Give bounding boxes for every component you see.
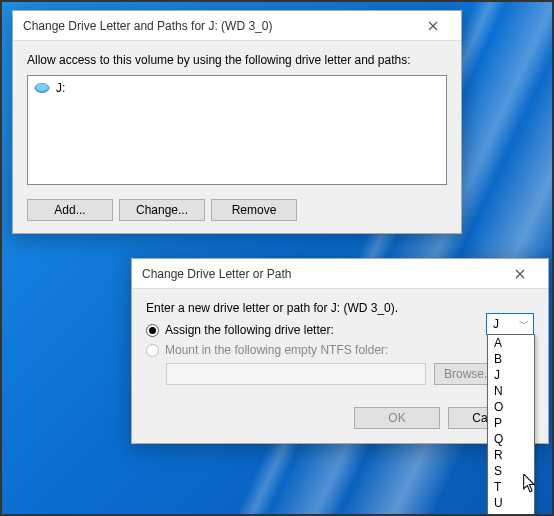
drive-label: J: [56,81,65,95]
drive-letter-dropdown[interactable]: ABJNOPQRSTUVWXYZ [487,334,535,516]
dropdown-option[interactable]: V [488,511,534,516]
close-button[interactable] [413,13,453,39]
instruction-text: Enter a new drive letter or path for J: … [146,301,534,315]
instruction-text: Allow access to this volume by using the… [27,53,447,67]
dropdown-option[interactable]: J [488,367,534,383]
drive-letter-combo[interactable]: J ﹀ [486,313,534,335]
add-button[interactable]: Add... [27,199,113,221]
chevron-down-icon: ﹀ [515,317,533,331]
dropdown-option[interactable]: O [488,399,534,415]
close-button[interactable] [500,261,540,287]
dropdown-option[interactable]: S [488,463,534,479]
mount-radio-label: Mount in the following empty NTFS folder… [165,343,388,357]
titlebar[interactable]: Change Drive Letter or Path [132,259,548,289]
change-button[interactable]: Change... [119,199,205,221]
drive-list-item[interactable]: J: [32,80,442,96]
mount-path-input [166,363,426,385]
dropdown-option[interactable]: Q [488,431,534,447]
combo-selected: J [493,317,499,331]
assign-radio[interactable] [146,324,159,337]
dropdown-option[interactable]: P [488,415,534,431]
mount-radio[interactable] [146,344,159,357]
svg-point-1 [36,84,48,91]
window-title: Change Drive Letter and Paths for J: (WD… [23,19,413,33]
dropdown-option[interactable]: R [488,447,534,463]
remove-button[interactable]: Remove [211,199,297,221]
change-paths-dialog: Change Drive Letter and Paths for J: (WD… [12,10,462,234]
drive-listbox[interactable]: J: [27,75,447,185]
dropdown-option[interactable]: A [488,335,534,351]
dropdown-option[interactable]: U [488,495,534,511]
assign-radio-label: Assign the following drive letter: [165,323,334,337]
dropdown-option[interactable]: B [488,351,534,367]
dropdown-option[interactable]: T [488,479,534,495]
dropdown-option[interactable]: N [488,383,534,399]
drive-icon [34,82,50,94]
titlebar[interactable]: Change Drive Letter and Paths for J: (WD… [13,11,461,41]
ok-button[interactable]: OK [354,407,440,429]
window-title: Change Drive Letter or Path [142,267,500,281]
